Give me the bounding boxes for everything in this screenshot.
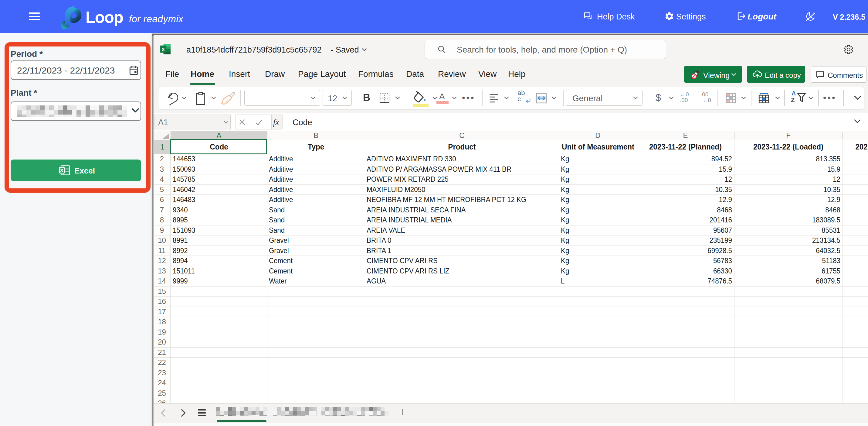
svg-text:X: X [161,47,165,53]
